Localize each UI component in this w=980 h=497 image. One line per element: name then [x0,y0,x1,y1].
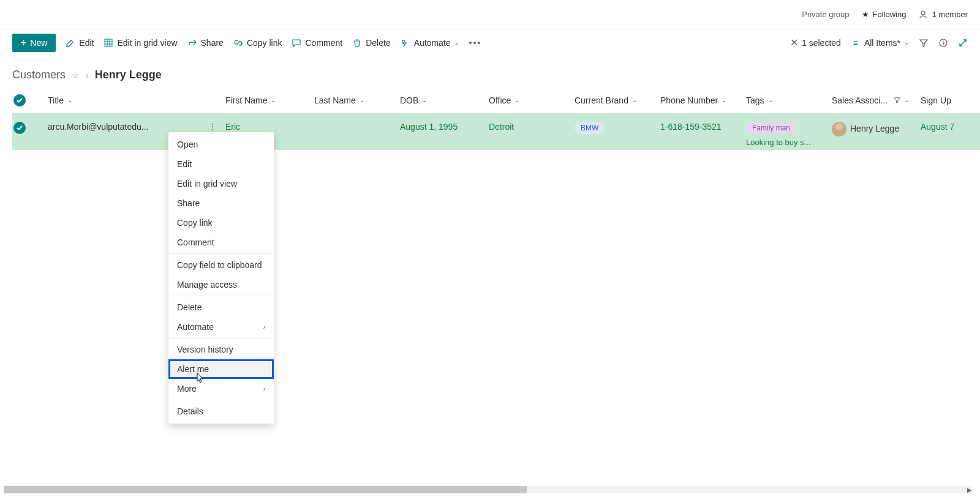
table-header-row: Title⌄ First Name⌄ Last Name⌄ DOB⌄ Offic… [12,88,980,113]
list-icon: ≡ [851,38,861,48]
following-button[interactable]: ★ Following [862,10,907,19]
automate-label: Automate [414,38,451,48]
row-select-checkbox[interactable] [13,122,26,134]
copy-link-label: Copy link [247,38,282,48]
edit-grid-button[interactable]: Edit in grid view [104,38,177,48]
svg-point-0 [921,11,925,15]
chevron-down-icon: ⌄ [768,97,773,103]
grid-icon [104,38,113,48]
table-row[interactable]: arcu.Morbi@vulputatedu... ⋮ Eric August … [12,113,980,150]
column-header-office[interactable]: Office⌄ [484,95,570,105]
dob-text: August 1, 1995 [400,122,458,132]
view-label: All Items* [864,38,900,48]
list-table: Title⌄ First Name⌄ Last Name⌄ DOB⌄ Offic… [0,88,980,150]
members-label: 1 member [932,10,968,19]
column-header-title[interactable]: Title⌄ [43,95,221,105]
chevron-down-icon: ⌄ [722,97,726,103]
column-header-lastname[interactable]: Last Name⌄ [309,95,395,105]
edit-button[interactable]: Edit [66,38,94,48]
menu-open-label: Open [177,140,198,149]
star-filled-icon: ★ [862,10,869,19]
link-icon [233,38,243,48]
column-header-phone[interactable]: Phone Number⌄ [655,95,741,105]
close-icon: ✕ [790,37,798,48]
col-fname-label: First Name [225,95,267,105]
share-icon [187,38,197,48]
phone-text: 1-618-159-3521 [660,122,722,132]
site-info-bar: Private group ★ Following 1 member [0,0,980,29]
view-selector[interactable]: ≡ All Items* ⌄ [851,38,909,48]
info-icon [938,38,948,48]
col-tags-label: Tags [746,95,764,105]
chevron-down-icon: ⌄ [904,97,909,103]
expand-icon [958,38,968,48]
command-bar: + New Edit Edit in grid view Share Copy … [0,29,980,56]
comment-button[interactable]: Comment [292,38,342,48]
col-title-label: Title [48,95,64,105]
column-header-dob[interactable]: DOB⌄ [395,95,484,105]
column-header-signup[interactable]: Sign Up [916,95,977,105]
info-button[interactable] [938,38,948,48]
selected-label: 1 selected [802,38,841,48]
assoc-text: Henry Legge [850,124,899,133]
cell-assoc: Henry Legge [827,119,916,139]
cell-phone: 1-618-159-3521 [655,119,741,134]
chevron-down-icon: ⌄ [360,97,364,103]
avatar-icon [832,122,846,136]
column-header-assoc[interactable]: Sales Associ... ⌄ [827,95,916,105]
select-all-checkbox[interactable] [13,94,26,106]
chevron-down-icon: ⌄ [514,97,519,103]
signup-text: August 7 [921,122,954,132]
menu-open[interactable]: Open [168,135,274,150]
cell-office: Detroit [484,119,570,134]
current-item-name: Henry Legge [95,69,162,81]
row-more-button[interactable]: ⋮ [208,122,216,132]
brand-pill: BMW [575,122,605,134]
favorite-star-icon[interactable]: ☆ [72,70,80,80]
cell-lastname [309,119,395,124]
trash-icon [352,38,362,48]
col-signup-label: Sign Up [921,95,951,105]
person-icon [918,10,928,20]
breadcrumb: Customers ☆ › Henry Legge [0,56,980,88]
new-button[interactable]: + New [12,34,56,52]
chevron-down-icon: ⌄ [454,39,459,46]
clear-selection-button[interactable]: ✕ 1 selected [790,37,841,48]
copy-link-button[interactable]: Copy link [233,38,282,48]
expand-button[interactable] [958,38,968,48]
column-header-tags[interactable]: Tags⌄ [741,95,827,105]
cell-dob: August 1, 1995 [395,119,484,134]
chevron-down-icon: ⌄ [271,97,276,103]
cell-brand: BMW [570,119,655,136]
delete-button[interactable]: Delete [352,38,390,48]
automate-button[interactable]: Automate ⌄ [401,38,459,48]
comment-icon [292,38,301,48]
chevron-down-icon: ⌄ [632,97,637,103]
tag-text: Looking to buy s... [746,138,822,147]
pencil-icon [66,38,75,48]
svg-point-8 [943,40,944,42]
edit-label: Edit [79,38,94,48]
ellipsis-icon: ••• [469,38,482,48]
chevron-down-icon: ⌄ [904,39,909,46]
column-header-firstname[interactable]: First Name⌄ [221,95,309,105]
flow-icon [401,38,410,48]
col-assoc-label: Sales Associ... [832,95,888,105]
more-actions-button[interactable]: ••• [469,38,482,48]
column-header-brand[interactable]: Current Brand⌄ [570,95,655,105]
following-label: Following [873,10,907,19]
plus-icon: + [21,37,26,48]
office-text: Detroit [489,122,514,132]
chevron-down-icon: ⌄ [422,97,427,103]
svg-rect-1 [105,39,112,47]
filter-button[interactable] [919,38,929,48]
col-office-label: Office [489,95,511,105]
col-phone-label: Phone Number [660,95,718,105]
list-name-link[interactable]: Customers [12,69,66,81]
tag-pill: Family man [746,122,796,134]
share-button[interactable]: Share [187,38,224,48]
breadcrumb-separator: › [86,70,89,80]
firstname-text: Eric [225,122,240,132]
new-label: New [30,38,47,48]
members-button[interactable]: 1 member [918,10,968,20]
